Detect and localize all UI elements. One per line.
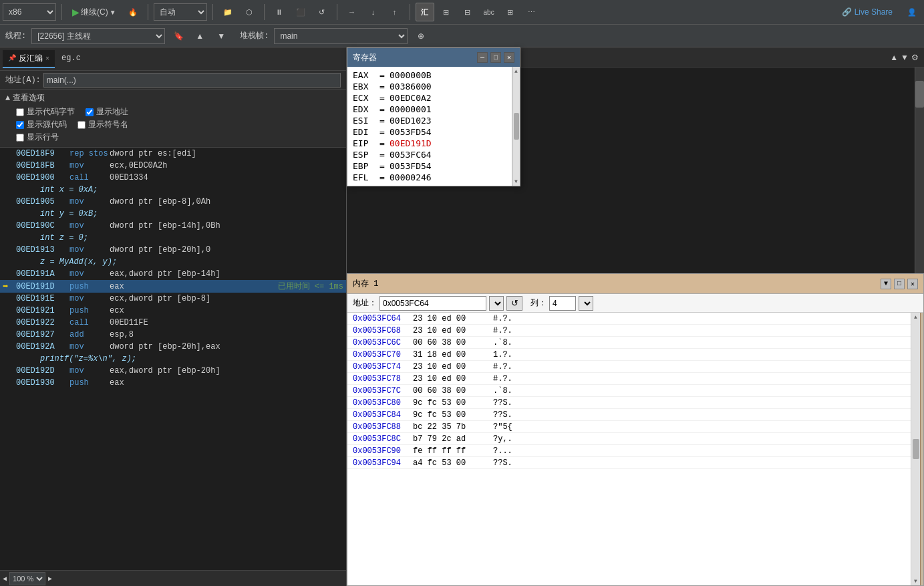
- register-value[interactable]: 00000246: [390, 172, 432, 182]
- disasm-content[interactable]: 00ED18F9rep stosdword ptr es:[edi]00ED18…: [0, 148, 346, 570]
- disasm-line[interactable]: int z = 0;: [0, 232, 346, 244]
- continue-dropdown-icon[interactable]: ▼: [110, 9, 116, 16]
- address-input[interactable]: [43, 73, 341, 88]
- disasm-line[interactable]: 00ED190Cmovdword ptr [ebp-14h],0Bh: [0, 220, 346, 232]
- disasm-tab[interactable]: 📌 反汇编 ✕: [3, 50, 55, 68]
- memory-row[interactable]: 0x0053FC7031 18 ed 001.?.: [347, 349, 911, 361]
- step-over-button[interactable]: →: [343, 3, 361, 21]
- memory-restore-button[interactable]: □: [894, 279, 905, 289]
- pause-button[interactable]: ⏸: [270, 3, 289, 21]
- disasm-line[interactable]: 00ED192Dmoveax,dword ptr [ebp-20h]: [0, 365, 346, 377]
- memory-titlebar[interactable]: 内存 1 ▼ □ ✕: [347, 274, 923, 294]
- memory-row[interactable]: 0x0053FC6C00 60 38 00.`8.: [347, 337, 911, 349]
- disasm-tab-close[interactable]: ✕: [45, 54, 49, 62]
- memory-row[interactable]: 0x0053FC90fe ff ff ff?...: [347, 445, 911, 457]
- folder-button[interactable]: 📁: [218, 3, 237, 21]
- options-header[interactable]: ▲ 查看选项: [5, 92, 341, 104]
- disasm-line[interactable]: 00ED191Emovecx,dword ptr [ebp-8]: [0, 293, 346, 305]
- mem-col-selector[interactable]: [579, 296, 593, 311]
- registers-minimize-button[interactable]: —: [477, 52, 488, 63]
- memory-rows[interactable]: 0x0053FC6423 10 ed 00#.?.0x0053FC6823 10…: [347, 313, 911, 585]
- scroll-right-icon[interactable]: ▶: [48, 575, 52, 583]
- disasm-line[interactable]: 00ED191Amoveax,dword ptr [ebp-14h]: [0, 268, 346, 280]
- register-value[interactable]: 0053FD54: [390, 161, 432, 171]
- register-value[interactable]: 00386000: [390, 82, 432, 92]
- register-value[interactable]: 0000000B: [390, 70, 432, 80]
- registers-restore-button[interactable]: □: [490, 52, 501, 63]
- register-value[interactable]: 00ED191D: [390, 138, 432, 148]
- thread-prev-button[interactable]: ▲: [192, 28, 208, 44]
- disasm-line[interactable]: int x = 0xA;: [0, 184, 346, 196]
- disasm-view-button[interactable]: 汇: [416, 3, 434, 21]
- registers-scrollbar[interactable]: ▲ ▼: [512, 67, 520, 186]
- restart-button[interactable]: ↺: [313, 3, 331, 21]
- live-share-button[interactable]: 🔗 Live Share: [837, 3, 897, 21]
- memory-row[interactable]: 0x0053FC7423 10 ed 00#.?.: [347, 361, 911, 373]
- memory-row[interactable]: 0x0053FC7C00 60 38 00.`8.: [347, 385, 911, 397]
- expand-view-button[interactable]: ⊞: [501, 3, 520, 21]
- stack-selector[interactable]: main: [274, 28, 408, 44]
- memory-dropdown-button[interactable]: ▼: [881, 279, 891, 289]
- breakpoint-button[interactable]: ⬡: [240, 3, 259, 21]
- account-button[interactable]: 👤: [903, 3, 921, 21]
- memory-row[interactable]: 0x0053FC809c fc 53 00??S.: [347, 397, 911, 409]
- register-value[interactable]: 0053FD54: [390, 127, 432, 137]
- memory-scrollbar[interactable]: ▲ ▼: [911, 313, 920, 585]
- option-show-symbols[interactable]: 显示符号名: [78, 119, 128, 130]
- thread-next-button[interactable]: ▼: [213, 28, 229, 44]
- memory-row[interactable]: 0x0053FC849c fc 53 00??S.: [347, 409, 911, 421]
- register-value[interactable]: 00000001: [390, 104, 432, 114]
- zoom-selector[interactable]: 100 %: [9, 572, 45, 585]
- mem-refresh-button[interactable]: ↺: [506, 296, 522, 311]
- memory-row[interactable]: 0x0053FC6423 10 ed 00#.?.: [347, 313, 911, 325]
- option-show-bytes[interactable]: 显示代码字节: [16, 106, 75, 118]
- right-scroll-up[interactable]: ▲: [890, 53, 898, 62]
- mem-view-button1[interactable]: ⊞: [437, 3, 456, 21]
- option-address-checkbox[interactable]: [86, 108, 94, 116]
- disasm-line[interactable]: 00ED192Amovdword ptr [ebp-20h],eax: [0, 341, 346, 353]
- right-scroll-down[interactable]: ▼: [901, 53, 909, 62]
- register-value[interactable]: 00ED1023: [390, 116, 432, 126]
- registers-titlebar[interactable]: 寄存器 — □ ✕: [347, 48, 520, 67]
- disasm-line[interactable]: 00ED1900call00ED1334: [0, 172, 346, 184]
- thread-selector[interactable]: [22656] 主线程: [31, 28, 165, 44]
- register-value[interactable]: 0053FC64: [390, 150, 432, 160]
- step-out-button[interactable]: ↑: [386, 3, 404, 21]
- source-tab[interactable]: eg.c: [56, 51, 86, 67]
- option-show-lines[interactable]: 显示行号: [16, 132, 59, 143]
- option-show-address[interactable]: 显示地址: [86, 106, 128, 118]
- disasm-line[interactable]: ➡00ED191Dpusheax已用时间 <= 1ms: [0, 280, 346, 293]
- disasm-line[interactable]: 00ED1927addesp,8: [0, 329, 346, 341]
- mem-addr-selector[interactable]: [489, 296, 504, 311]
- disasm-line[interactable]: 00ED1913movdword ptr [ebp-20h],0: [0, 244, 346, 256]
- mem-address-input[interactable]: [379, 296, 486, 311]
- option-lines-checkbox[interactable]: [16, 134, 24, 142]
- memory-row[interactable]: 0x0053FC94a4 fc 53 00??S.: [347, 457, 911, 469]
- disasm-line[interactable]: 00ED1905movdword ptr [ebp-8],0Ah: [0, 196, 346, 208]
- option-show-source[interactable]: 显示源代码: [16, 119, 67, 130]
- arch-selector[interactable]: x86: [3, 3, 56, 21]
- mem-view-button2[interactable]: ⊟: [458, 3, 477, 21]
- disasm-line[interactable]: z = MyAdd(x, y);: [0, 256, 346, 268]
- registers-close-button[interactable]: ✕: [504, 52, 514, 63]
- disasm-line[interactable]: 00ED1921pushecx: [0, 305, 346, 317]
- option-bytes-checkbox[interactable]: [16, 108, 24, 116]
- memory-row[interactable]: 0x0053FC8Cb7 79 2c ad?y,.: [347, 433, 911, 445]
- continue-button[interactable]: ▶ 继续(C) ▼: [67, 3, 121, 21]
- option-symbols-checkbox[interactable]: [78, 121, 86, 129]
- stack-expand-button[interactable]: ⊕: [413, 28, 429, 44]
- memory-row[interactable]: 0x0053FC7823 10 ed 00#.?.: [347, 373, 911, 385]
- disasm-line[interactable]: 00ED1930pusheax: [0, 377, 346, 389]
- register-value[interactable]: 00EDC0A2: [390, 93, 432, 103]
- fire-button[interactable]: 🔥: [124, 3, 142, 21]
- disasm-line[interactable]: 00ED18F9rep stosdword ptr es:[edi]: [0, 148, 346, 160]
- disasm-line[interactable]: 00ED18FBmovecx,0EDC0A2h: [0, 160, 346, 172]
- stop-button[interactable]: ⬛: [291, 3, 310, 21]
- scroll-left-icon[interactable]: ◀: [3, 575, 7, 583]
- memory-close-button[interactable]: ✕: [907, 279, 918, 289]
- bookmark-button[interactable]: 🔖: [170, 28, 186, 44]
- disasm-tab-pin[interactable]: 📌: [8, 54, 16, 62]
- option-source-checkbox[interactable]: [16, 121, 24, 129]
- memory-row[interactable]: 0x0053FC6823 10 ed 00#.?.: [347, 325, 911, 337]
- hex-button[interactable]: abc: [480, 3, 498, 21]
